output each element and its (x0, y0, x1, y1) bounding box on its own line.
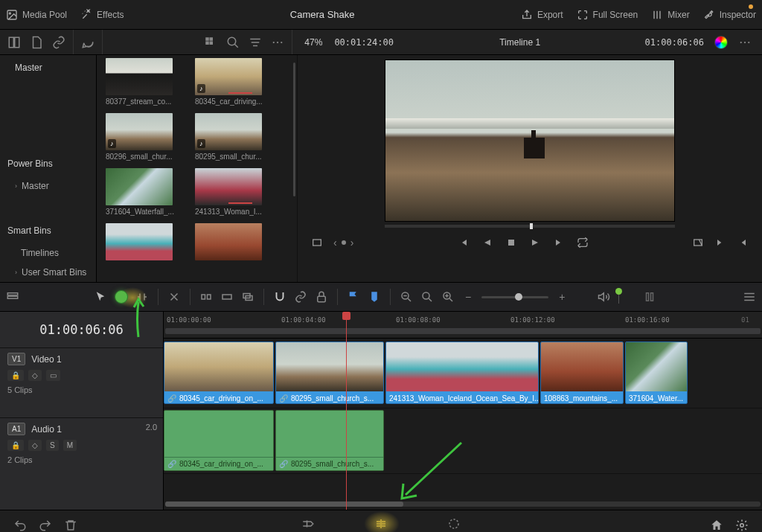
inspector-button[interactable]: Inspector (703, 9, 756, 21)
zoom-slider[interactable] (481, 296, 548, 298)
more-icon[interactable] (271, 36, 284, 49)
page-icon[interactable] (30, 36, 43, 49)
settings-icon[interactable] (735, 519, 749, 532)
overwrite-icon[interactable] (220, 290, 234, 304)
master-bin[interactable]: Master (0, 55, 96, 80)
disable-track-icon[interactable]: ▭ (46, 370, 60, 381)
color-wheel-icon[interactable] (714, 36, 728, 49)
layout-icon[interactable] (7, 36, 21, 49)
trim-tool-icon[interactable] (135, 290, 149, 304)
mixer-button[interactable]: Mixer (651, 9, 689, 21)
solo-button[interactable]: S (46, 440, 59, 451)
clip-thumbnail[interactable]: 371604_Waterfall_... (106, 168, 173, 216)
zoom-custom-icon[interactable] (441, 290, 455, 304)
clip-thumbnail[interactable] (106, 223, 173, 260)
auto-select-icon[interactable]: ◇ (28, 370, 42, 381)
play-icon[interactable] (529, 237, 541, 249)
clip-thumbnail[interactable]: 241313_Woman_I... (195, 168, 262, 216)
timeline-tracks[interactable]: 01:00:00:00 01:00:04:00 01:00:08:00 01:0… (164, 312, 762, 510)
zoom-detail-icon[interactable] (420, 290, 434, 304)
timeline-timecode[interactable]: 01:00:06:06 (645, 37, 704, 48)
lock-track-icon[interactable]: 🔒 (7, 440, 24, 451)
video-clip[interactable]: 🔗80295_small_church_s... (275, 342, 384, 404)
export-button[interactable]: Export (521, 9, 563, 21)
audio-clip[interactable]: 🔗80295_small_church_s... (275, 410, 384, 471)
timeline-view-icon[interactable] (6, 290, 19, 304)
effects-tab[interactable]: Effects (80, 9, 124, 21)
audio-clip[interactable]: 🔗80345_car_driving_on_... (164, 410, 274, 471)
video-track-header[interactable]: V1 Video 1 🔒 ◇ ▭ 5 Clips (0, 347, 163, 417)
mute-button[interactable]: M (63, 440, 77, 451)
flag-icon[interactable] (347, 290, 360, 304)
playhead-timecode[interactable]: 01:00:06:06 (0, 312, 163, 347)
audio-track-header[interactable]: A1 Audio 1 2.0 🔒 ◇ S M 2 Clips (0, 417, 163, 483)
viewer-zoom[interactable]: 47% (304, 37, 322, 48)
lock-icon[interactable] (315, 290, 328, 304)
grid-view-icon[interactable] (204, 36, 217, 49)
playhead[interactable] (346, 312, 347, 510)
timelines-bin[interactable]: Timelines (0, 243, 96, 263)
insert-icon[interactable] (199, 290, 213, 304)
edit-page-icon[interactable] (374, 517, 388, 531)
zoom-in-icon[interactable]: + (556, 291, 568, 303)
stop-icon[interactable] (505, 237, 517, 249)
viewer-scrub-bar[interactable] (385, 225, 675, 228)
viewer-canvas[interactable] (385, 60, 675, 222)
zoom-fit-icon[interactable] (400, 290, 413, 304)
volume-icon[interactable] (598, 290, 611, 304)
snap-icon[interactable] (273, 290, 286, 304)
marker-icon[interactable] (368, 290, 381, 304)
blade-tool-icon[interactable] (167, 290, 181, 304)
redo-icon[interactable] (39, 519, 52, 532)
play-reverse-icon[interactable] (481, 237, 493, 249)
auto-select-icon[interactable]: ◇ (28, 440, 42, 451)
chat-icon[interactable] (81, 36, 95, 49)
clip-thumbnail[interactable] (195, 223, 262, 260)
svg-point-1 (9, 13, 10, 14)
overlay-icon[interactable] (311, 237, 323, 249)
undo-icon[interactable] (13, 519, 27, 532)
trash-icon[interactable] (64, 519, 77, 532)
power-bins-master[interactable]: ›Master (0, 176, 96, 196)
link-icon: 🔗 (167, 394, 176, 403)
video-clip[interactable]: 108863_mountains_... (540, 342, 624, 404)
replace-icon[interactable] (241, 290, 254, 304)
home-icon[interactable] (710, 519, 723, 532)
timeline-menu-icon[interactable] (743, 290, 756, 304)
last-frame-icon[interactable] (553, 237, 565, 249)
video-clip[interactable]: 🔗80345_car_driving_on_... (164, 342, 274, 404)
sort-icon[interactable] (249, 36, 262, 49)
cut-page-icon[interactable] (301, 517, 315, 531)
timeline-name[interactable]: Timeline 1 (499, 37, 540, 48)
clip-thumbnail[interactable]: ♪80345_car_driving... (195, 58, 262, 106)
media-pool-tab[interactable]: Media Pool (6, 9, 67, 21)
video-clip[interactable]: 241313_Woman_Iceland_Ocean_Sea_By_I... (385, 342, 539, 404)
timeline-scrollbar[interactable] (165, 501, 761, 507)
video-clip[interactable]: 371604_Water... (625, 342, 688, 404)
mark-out-icon[interactable] (737, 237, 749, 249)
clip-thumbnail[interactable]: ♪80295_small_chur... (195, 113, 262, 161)
clip-thumbnail[interactable]: 80377_stream_co... (106, 58, 173, 106)
options-icon[interactable] (738, 36, 752, 49)
search-icon[interactable] (226, 36, 240, 49)
loading-icon[interactable] (447, 517, 461, 531)
loop-icon[interactable] (577, 237, 589, 249)
mute-icon[interactable] (643, 290, 656, 304)
clip-thumbnail[interactable]: ♪80296_small_chur... (106, 113, 173, 161)
zoom-out-icon[interactable]: − (462, 291, 474, 303)
user-smart-bins[interactable]: ›User Smart Bins (0, 263, 96, 282)
first-frame-icon[interactable] (458, 237, 470, 249)
dynamic-trim-button[interactable] (115, 290, 128, 304)
fullscreen-button[interactable]: Full Screen (577, 9, 638, 21)
selection-tool-icon[interactable] (94, 290, 107, 304)
link-icon: 🔗 (279, 394, 288, 403)
link-clips-icon[interactable] (294, 290, 307, 304)
clip-nav[interactable]: ‹› (333, 237, 353, 249)
lock-track-icon[interactable]: 🔒 (7, 370, 24, 381)
mark-in-icon[interactable] (714, 237, 726, 249)
link-icon[interactable] (52, 36, 65, 49)
svg-rect-16 (508, 240, 514, 246)
match-frame-icon[interactable] (692, 237, 704, 249)
timeline-ruler[interactable]: 01:00:00:00 01:00:04:00 01:00:08:00 01:0… (164, 312, 762, 339)
volume-level[interactable] (618, 290, 619, 304)
